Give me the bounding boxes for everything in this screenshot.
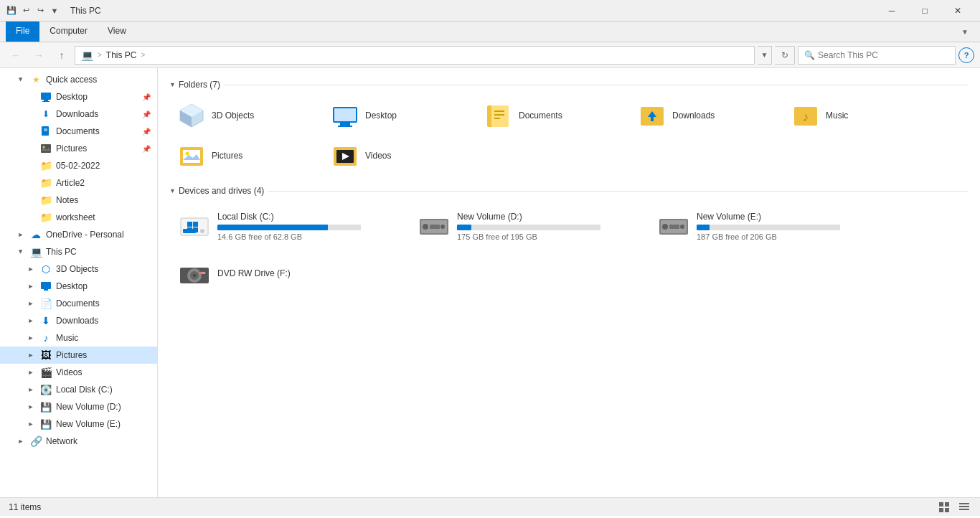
drive-item-f[interactable]: DVD DVD RW Drive (F:)	[169, 252, 406, 298]
drive-bar-d	[457, 225, 600, 230]
pin-icon-documents: 📌	[141, 126, 151, 136]
sidebar-item-volume-e[interactable]: ► 💾 New Volume (E:)	[0, 415, 157, 433]
drive-icon-e	[656, 209, 691, 243]
sidebar-item-desktop-qa[interactable]: Desktop 📌	[0, 88, 157, 105]
pictures-qa-label: Pictures	[56, 143, 87, 154]
local-disk-chevron: ►	[26, 386, 36, 393]
downloads-qa-label: Downloads	[56, 109, 98, 119]
forward-button[interactable]: →	[29, 45, 49, 65]
redo-icon[interactable]: ↪	[34, 5, 46, 17]
article2-label: Article2	[56, 178, 85, 188]
downloads-pc-icon: ⬇	[40, 315, 52, 326]
search-bar[interactable]: 🔍	[798, 46, 956, 65]
sidebar-item-article2[interactable]: 📁 Article2	[0, 174, 157, 192]
svg-point-35	[200, 229, 204, 233]
folder-item-downloads[interactable]: Downloads	[630, 97, 781, 134]
folder-item-documents[interactable]: Documents	[476, 97, 627, 134]
sidebar-item-3dobjects[interactable]: ► ⬡ 3D Objects	[0, 260, 157, 278]
this-pc-icon: 💻	[30, 246, 42, 258]
sidebar-item-pictures-pc[interactable]: ► 🖼 Pictures	[0, 347, 157, 364]
svg-text:DVD: DVD	[199, 271, 206, 275]
tab-file[interactable]: File	[6, 22, 39, 42]
sidebar-item-local-disk[interactable]: ► 💽 Local Disk (C:)	[0, 381, 157, 398]
sidebar-section-quick-access[interactable]: ► ★ Quick access	[0, 71, 157, 88]
view-list-button[interactable]	[957, 500, 971, 514]
folder-item-3dobjects[interactable]: 3D Objects	[169, 97, 320, 134]
svg-rect-59	[945, 508, 949, 512]
sidebar-item-this-pc[interactable]: ► 💻 This PC	[0, 243, 157, 260]
sidebar-item-videos-pc[interactable]: ► 🎬 Videos	[0, 364, 157, 381]
folder-item-videos[interactable]: Videos	[323, 137, 473, 174]
back-button[interactable]: ←	[6, 45, 26, 65]
drives-title[interactable]: ▼ Devices and drives (4)	[169, 186, 264, 196]
minimize-button[interactable]: ─	[875, 0, 908, 22]
help-button[interactable]: ?	[958, 47, 974, 63]
documents-qa-label: Documents	[56, 126, 100, 136]
folders-divider	[225, 85, 969, 85]
svg-rect-62	[959, 509, 969, 510]
drive-info-d: New Volume (D:) 175 GB free of 195 GB	[457, 212, 638, 241]
close-button[interactable]: ✕	[941, 0, 974, 22]
save-icon[interactable]: 💾	[6, 5, 17, 17]
dropdown-icon[interactable]: ▼	[49, 5, 60, 17]
folder-item-desktop[interactable]: Desktop	[323, 97, 473, 134]
address-bar[interactable]: 💻 > This PC >	[75, 46, 755, 65]
tab-computer[interactable]: Computer	[39, 22, 98, 42]
sidebar-item-documents-pc[interactable]: ► 📄 Documents	[0, 295, 157, 312]
tab-view[interactable]: View	[98, 22, 136, 42]
refresh-button[interactable]: ↻	[775, 46, 795, 65]
svg-point-48	[680, 225, 684, 229]
network-label: Network	[46, 436, 77, 446]
sidebar-item-network[interactable]: ► 🔗 Network	[0, 433, 157, 450]
address-dropdown[interactable]: ▼	[758, 46, 772, 65]
svg-point-43	[440, 225, 445, 229]
ribbon-expand-icon[interactable]: ▼	[961, 28, 969, 36]
pin-icon-downloads: 📌	[141, 109, 151, 119]
maximize-button[interactable]: □	[908, 0, 941, 22]
sidebar-item-onedrive[interactable]: ► ☁ OneDrive - Personal	[0, 226, 157, 243]
address-sep1: >	[98, 51, 102, 59]
date-folder-label: 05-02-2022	[56, 161, 100, 171]
network-chevron: ►	[16, 438, 26, 445]
sidebar: ► ★ Quick access Desktop 📌 ⬇ Downloads 📌…	[0, 68, 158, 497]
svg-text:♪: ♪	[803, 110, 809, 124]
sidebar-item-music-pc[interactable]: ► ♪ Music	[0, 329, 157, 347]
svg-rect-36	[187, 222, 192, 227]
titlebar-left: 💾 ↩ ↪ ▼ This PC	[6, 5, 101, 17]
folder-name-3dobjects: 3D Objects	[212, 110, 254, 121]
search-input[interactable]	[818, 50, 949, 60]
folder-icon-pictures	[177, 141, 206, 170]
pictures-icon-qa	[40, 143, 52, 154]
folders-title[interactable]: ▼ Folders (7)	[169, 80, 220, 90]
this-pc-chevron: ►	[17, 247, 24, 257]
svg-rect-38	[187, 227, 192, 232]
folder-item-pictures[interactable]: Pictures	[169, 137, 320, 174]
sidebar-item-documents-qa[interactable]: Documents 📌	[0, 123, 157, 140]
folder-name-music: Music	[826, 110, 848, 121]
up-button[interactable]: ↑	[52, 45, 72, 65]
drive-item-e[interactable]: New Volume (E:) 187 GB free of 206 GB	[649, 203, 885, 249]
undo-icon[interactable]: ↩	[20, 5, 32, 17]
sidebar-item-worksheet[interactable]: 📁 worksheet	[0, 209, 157, 226]
drive-item-c[interactable]: Local Disk (C:) 14.6 GB free of 62.8 GB	[169, 203, 406, 249]
desktop-qa-label: Desktop	[56, 92, 88, 102]
sidebar-item-notes[interactable]: 📁 Notes	[0, 192, 157, 209]
quick-access-label: Quick access	[46, 75, 97, 85]
sidebar-item-pictures-qa[interactable]: Pictures 📌	[0, 140, 157, 157]
content-area: ▼ Folders (7) 3D Objects	[158, 68, 980, 497]
folder-icon-downloads	[638, 101, 666, 130]
window-controls: ─ □ ✕	[875, 0, 974, 22]
sidebar-item-downloads-pc[interactable]: ► ⬇ Downloads	[0, 312, 157, 329]
view-tiles-button[interactable]	[937, 500, 951, 514]
address-path: This PC	[106, 50, 137, 60]
folder-item-music[interactable]: ♪ Music	[783, 97, 934, 134]
sidebar-item-desktop-pc[interactable]: ► Desktop	[0, 278, 157, 295]
folders-grid: 3D Objects Desktop	[169, 97, 969, 174]
pictures-pc-icon: 🖼	[40, 349, 52, 361]
svg-rect-58	[939, 508, 943, 512]
sidebar-item-volume-d[interactable]: ► 💾 New Volume (D:)	[0, 398, 157, 415]
volume-d-chevron: ►	[26, 403, 36, 410]
drive-item-d[interactable]: New Volume (D:) 175 GB free of 195 GB	[409, 203, 646, 249]
sidebar-item-downloads-qa[interactable]: ⬇ Downloads 📌	[0, 105, 157, 123]
sidebar-item-date-folder[interactable]: 📁 05-02-2022	[0, 157, 157, 174]
